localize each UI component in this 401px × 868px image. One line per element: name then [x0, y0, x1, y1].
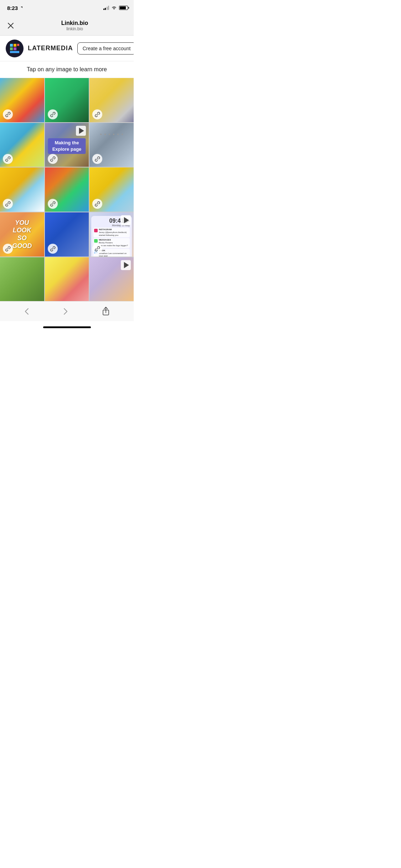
link-badge	[48, 244, 58, 254]
subtitle-bar: Tap on any image to learn more	[0, 61, 134, 78]
forward-button[interactable]	[61, 306, 71, 316]
grid-item[interactable]	[89, 257, 134, 301]
grid-item[interactable]	[45, 257, 89, 301]
grid-item[interactable]	[45, 212, 89, 257]
grid-item[interactable]: you look so good	[0, 212, 44, 257]
status-bar: 8:23	[0, 0, 134, 16]
svg-rect-2	[10, 44, 13, 47]
status-time: 8:23	[7, 5, 24, 11]
play-badge	[121, 215, 131, 225]
time-display: 8:23	[7, 5, 18, 11]
notification-item: INSTAGRAMJenny (@jennyfrom.theblock) sta…	[93, 228, 130, 237]
grid-item[interactable]	[89, 167, 134, 212]
browser-url-section: Linkin.bio linkin.bio	[21, 20, 128, 31]
create-account-button[interactable]: Create a free account	[77, 42, 134, 55]
grid-item[interactable]	[0, 78, 44, 122]
svg-rect-6	[14, 47, 16, 50]
browser-url: linkin.bio	[66, 26, 83, 31]
signal-icon	[103, 6, 109, 10]
link-badge	[3, 199, 13, 209]
logo-icon	[9, 43, 20, 54]
link-badge	[3, 244, 13, 254]
home-indicator	[0, 321, 134, 333]
dots-pattern	[100, 134, 123, 135]
link-badge	[3, 109, 13, 119]
play-badge	[121, 260, 131, 270]
browser-bar: Linkin.bio linkin.bio	[0, 16, 134, 36]
browser-close-button[interactable]	[6, 21, 16, 31]
grid-item[interactable]	[0, 123, 44, 167]
battery-icon	[119, 6, 128, 10]
grid-item[interactable]: 09:41 ▶Monday 13 MayINSTAGRAMJenny (@jen…	[89, 212, 134, 257]
grid-item[interactable]	[89, 123, 134, 167]
grid-item[interactable]	[0, 257, 44, 301]
grid-item[interactable]	[0, 167, 44, 212]
brand-logo	[6, 40, 24, 57]
svg-rect-4	[17, 44, 19, 46]
brand-name: LATERMEDIA	[28, 45, 73, 52]
grid-item[interactable]	[45, 78, 89, 122]
link-badge	[92, 244, 102, 254]
share-button[interactable]	[99, 305, 112, 318]
link-badge	[92, 109, 102, 119]
grid-item[interactable]: Making the Explore page	[45, 123, 89, 167]
grid-item[interactable]	[45, 167, 89, 212]
site-header: LATERMEDIA Create a free account	[0, 36, 134, 61]
home-bar	[43, 326, 91, 328]
wifi-icon	[111, 6, 117, 10]
link-badge	[48, 109, 58, 119]
browser-domain: Linkin.bio	[61, 20, 88, 26]
subtitle-text: Tap on any image to learn more	[27, 66, 107, 72]
video-overlay-text: Making the Explore page	[48, 138, 86, 154]
location-icon	[19, 6, 24, 10]
svg-rect-7	[10, 51, 19, 53]
svg-rect-5	[10, 47, 13, 50]
link-badge	[48, 199, 58, 209]
svg-rect-3	[14, 44, 16, 47]
mural-text: you look so good	[11, 219, 33, 250]
grid-item[interactable]	[89, 78, 134, 122]
play-badge	[76, 126, 86, 136]
status-icons	[103, 6, 128, 10]
image-grid: Making the Explore pageyou look so good0…	[0, 78, 134, 301]
link-badge	[48, 154, 58, 164]
back-button[interactable]	[22, 306, 32, 316]
browser-bottom-nav	[0, 301, 134, 321]
